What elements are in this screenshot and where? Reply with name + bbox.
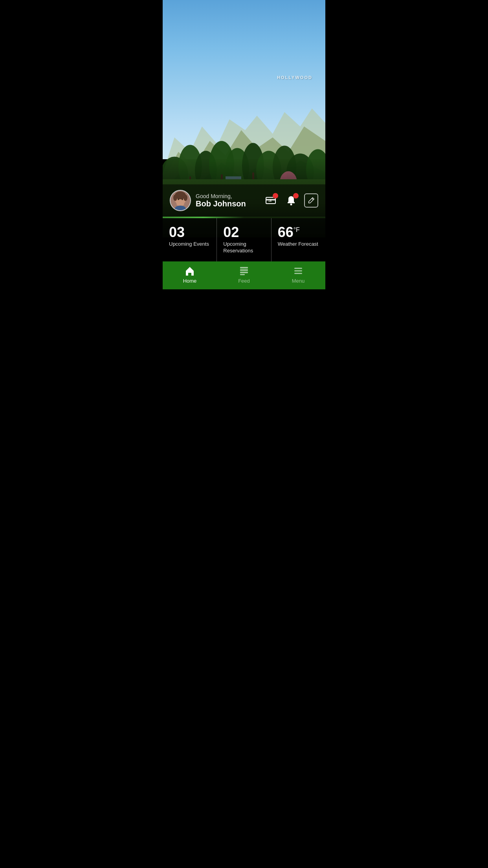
svg-point-30	[182, 199, 183, 200]
menu-icon	[293, 265, 304, 276]
greeting-bar: Good Morning, Bob Johnson $	[163, 184, 325, 217]
weather-number: 66°F	[278, 225, 319, 239]
payment-badge	[273, 193, 278, 199]
greeting-text: Good Morning, Bob Johnson	[196, 193, 263, 208]
home-icon	[184, 265, 195, 276]
main-screen: HOLLYWOOD	[163, 0, 325, 289]
svg-point-37	[290, 204, 292, 206]
svg-rect-44	[294, 270, 302, 272]
svg-line-38	[312, 199, 314, 200]
svg-point-27	[173, 195, 177, 201]
payment-button[interactable]: $	[263, 193, 278, 208]
svg-point-35	[269, 201, 270, 202]
reservations-label: Upcoming Reservations	[223, 241, 264, 254]
events-stat[interactable]: 03 Upcoming Events	[163, 218, 217, 261]
top-spacer	[163, 0, 325, 184]
svg-point-28	[183, 195, 187, 201]
svg-rect-43	[294, 268, 302, 269]
events-label: Upcoming Events	[169, 241, 210, 248]
degree-symbol: °F	[294, 227, 300, 233]
reservations-number: 02	[223, 225, 264, 239]
svg-rect-39	[240, 267, 248, 268]
svg-rect-42	[240, 274, 245, 275]
nav-menu[interactable]: Menu	[283, 265, 314, 284]
greeting-icons: $	[263, 193, 318, 208]
svg-point-31	[176, 201, 184, 206]
svg-text:$: $	[270, 199, 272, 202]
weather-label: Weather Forecast	[278, 241, 319, 248]
avatar[interactable]	[170, 190, 191, 211]
svg-rect-41	[240, 272, 248, 273]
nav-feed-label: Feed	[238, 278, 250, 284]
stats-bar: 03 Upcoming Events 02 Upcoming Reservati…	[163, 218, 325, 261]
greeting-line1: Good Morning,	[196, 193, 263, 199]
nav-feed[interactable]: Feed	[228, 265, 260, 284]
events-number: 03	[169, 225, 210, 239]
nav-home-label: Home	[183, 278, 197, 284]
edit-icon	[307, 197, 315, 204]
avatar-image	[171, 191, 190, 210]
weather-stat[interactable]: 66°F Weather Forecast	[272, 218, 325, 261]
reservations-stat[interactable]: 02 Upcoming Reservations	[217, 218, 271, 261]
svg-rect-40	[240, 269, 248, 271]
feed-icon	[238, 265, 250, 276]
nav-home[interactable]: Home	[174, 265, 205, 284]
content-overlay: Good Morning, Bob Johnson $	[163, 0, 325, 289]
bottom-nav: Home Feed Menu	[163, 261, 325, 289]
edit-button[interactable]	[304, 193, 318, 208]
nav-menu-label: Menu	[292, 278, 305, 284]
notification-button[interactable]	[284, 193, 299, 208]
notification-badge	[293, 193, 299, 199]
greeting-line2: Bob Johnson	[196, 199, 263, 208]
svg-rect-45	[294, 273, 302, 274]
svg-point-29	[178, 199, 179, 200]
